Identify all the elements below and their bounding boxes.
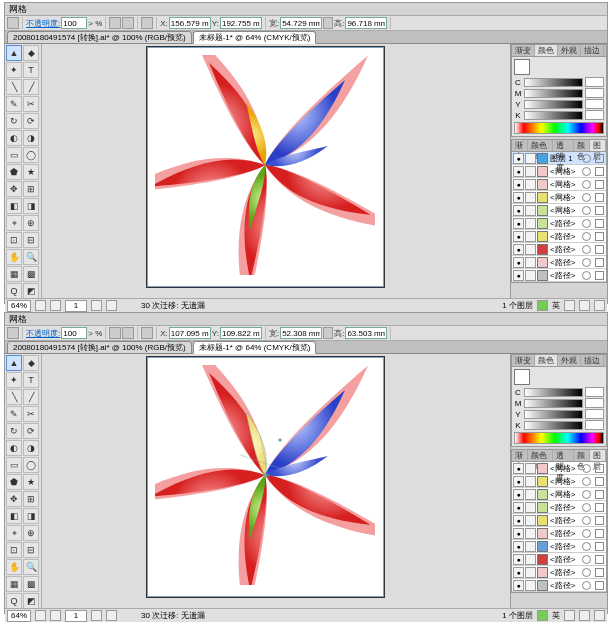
select-icon[interactable] bbox=[595, 271, 604, 280]
channel-value[interactable] bbox=[585, 99, 604, 109]
layer-row[interactable]: ● <网格> bbox=[512, 475, 606, 488]
layer-row[interactable]: ● <网格> bbox=[512, 488, 606, 501]
select-icon[interactable] bbox=[595, 180, 604, 189]
tool-3[interactable]: T bbox=[23, 62, 39, 78]
nav-next[interactable] bbox=[91, 610, 102, 621]
style-icon-2[interactable] bbox=[122, 17, 134, 29]
channel-value[interactable] bbox=[585, 409, 604, 419]
y-input[interactable] bbox=[220, 17, 262, 29]
tool-21[interactable]: ⊕ bbox=[23, 215, 39, 231]
panel-tab[interactable]: 透明度 bbox=[553, 140, 574, 151]
link-icon[interactable] bbox=[323, 327, 333, 339]
x-input[interactable] bbox=[169, 327, 211, 339]
tool-28[interactable]: Q bbox=[6, 593, 22, 609]
tool-1[interactable]: ◆ bbox=[23, 355, 39, 371]
tool-7[interactable]: ✂ bbox=[23, 96, 39, 112]
panel-tab[interactable]: 颜色 bbox=[535, 45, 558, 56]
lock-icon[interactable] bbox=[525, 153, 536, 164]
layer-row[interactable]: ● <路径> bbox=[512, 553, 606, 566]
nav-prev[interactable] bbox=[50, 610, 61, 621]
lock-icon[interactable] bbox=[525, 528, 536, 539]
menu-item[interactable]: 网格 bbox=[9, 314, 27, 324]
channel-slider[interactable] bbox=[524, 388, 583, 397]
visibility-icon[interactable]: ● bbox=[513, 463, 524, 474]
tool-8[interactable]: ↻ bbox=[6, 423, 22, 439]
lock-icon[interactable] bbox=[525, 257, 536, 268]
lock-icon[interactable] bbox=[525, 580, 536, 591]
channel-value[interactable] bbox=[585, 420, 604, 430]
layer-row[interactable]: ● <路径> bbox=[512, 540, 606, 553]
tool-26[interactable]: ▦ bbox=[6, 266, 22, 282]
tool-17[interactable]: ⊞ bbox=[23, 181, 39, 197]
doc-tab[interactable]: 20080180491574 [转换].ai* @ 100% (RGB/预览) bbox=[7, 31, 192, 44]
page-num[interactable]: 1 bbox=[65, 300, 87, 312]
visibility-icon[interactable]: ● bbox=[513, 218, 524, 229]
tool-15[interactable]: ★ bbox=[23, 164, 39, 180]
channel-value[interactable] bbox=[585, 77, 604, 87]
layer-row[interactable]: ● <路径> bbox=[512, 514, 606, 527]
channel-value[interactable] bbox=[585, 398, 604, 408]
target-icon[interactable] bbox=[582, 180, 591, 189]
artboard[interactable] bbox=[147, 357, 384, 597]
tool-16[interactable]: ✥ bbox=[6, 181, 22, 197]
layer-row[interactable]: ● <网格> bbox=[512, 191, 606, 204]
nav-first[interactable] bbox=[35, 610, 46, 621]
fill-swatch[interactable] bbox=[514, 59, 530, 75]
target-icon[interactable] bbox=[582, 568, 591, 577]
tool-1[interactable]: ◆ bbox=[23, 45, 39, 61]
visibility-icon[interactable]: ● bbox=[513, 153, 524, 164]
target-icon[interactable] bbox=[582, 529, 591, 538]
tool-5[interactable]: ╱ bbox=[23, 389, 39, 405]
panel-tab[interactable]: 渐变 bbox=[512, 450, 528, 461]
select-icon[interactable] bbox=[595, 581, 604, 590]
select-icon[interactable] bbox=[595, 529, 604, 538]
target-icon[interactable] bbox=[582, 477, 591, 486]
target-icon[interactable] bbox=[582, 464, 591, 473]
channel-slider[interactable] bbox=[524, 78, 583, 87]
lock-icon[interactable] bbox=[525, 502, 536, 513]
layer-row[interactable]: ● <路径> bbox=[512, 217, 606, 230]
tool-18[interactable]: ◧ bbox=[6, 198, 22, 214]
channel-slider[interactable] bbox=[524, 100, 583, 109]
visibility-icon[interactable]: ● bbox=[513, 179, 524, 190]
tool-3[interactable]: T bbox=[23, 372, 39, 388]
lock-icon[interactable] bbox=[525, 244, 536, 255]
layer-row[interactable]: ● <路径> bbox=[512, 527, 606, 540]
tool-11[interactable]: ◑ bbox=[23, 130, 39, 146]
align-icon[interactable] bbox=[141, 327, 153, 339]
lock-icon[interactable] bbox=[525, 179, 536, 190]
x-input[interactable] bbox=[169, 17, 211, 29]
tool-17[interactable]: ⊞ bbox=[23, 491, 39, 507]
nav-first[interactable] bbox=[35, 300, 46, 311]
panel-tab[interactable]: 颜色参考 bbox=[528, 450, 553, 461]
lock-icon[interactable] bbox=[525, 476, 536, 487]
tool-2[interactable]: ✦ bbox=[6, 62, 22, 78]
visibility-icon[interactable]: ● bbox=[513, 205, 524, 216]
visibility-icon[interactable]: ● bbox=[513, 231, 524, 242]
tool-6[interactable]: ✎ bbox=[6, 406, 22, 422]
tool-10[interactable]: ◐ bbox=[6, 440, 22, 456]
nav-last[interactable] bbox=[106, 610, 117, 621]
grid-icon[interactable] bbox=[7, 17, 19, 29]
tool-0[interactable]: ▲ bbox=[6, 355, 22, 371]
layer-row[interactable]: ● <网格> bbox=[512, 462, 606, 475]
panel-tab[interactable]: 颜色 bbox=[574, 450, 590, 461]
target-icon[interactable] bbox=[582, 542, 591, 551]
channel-slider[interactable] bbox=[524, 399, 583, 408]
lock-icon[interactable] bbox=[525, 270, 536, 281]
lock-icon[interactable] bbox=[525, 231, 536, 242]
lock-icon[interactable] bbox=[525, 515, 536, 526]
tool-18[interactable]: ◧ bbox=[6, 508, 22, 524]
lock-icon[interactable] bbox=[525, 554, 536, 565]
tool-23[interactable]: ⊟ bbox=[23, 542, 39, 558]
lock-icon[interactable] bbox=[525, 218, 536, 229]
select-icon[interactable] bbox=[595, 193, 604, 202]
visibility-icon[interactable]: ● bbox=[513, 192, 524, 203]
tool-4[interactable]: ╲ bbox=[6, 79, 22, 95]
opacity-label[interactable]: 不透明度: bbox=[26, 18, 60, 29]
tool-27[interactable]: ▩ bbox=[23, 266, 39, 282]
target-icon[interactable] bbox=[582, 271, 591, 280]
align-icon[interactable] bbox=[141, 17, 153, 29]
zoom-value[interactable]: 64% bbox=[7, 300, 31, 312]
visibility-icon[interactable]: ● bbox=[513, 270, 524, 281]
